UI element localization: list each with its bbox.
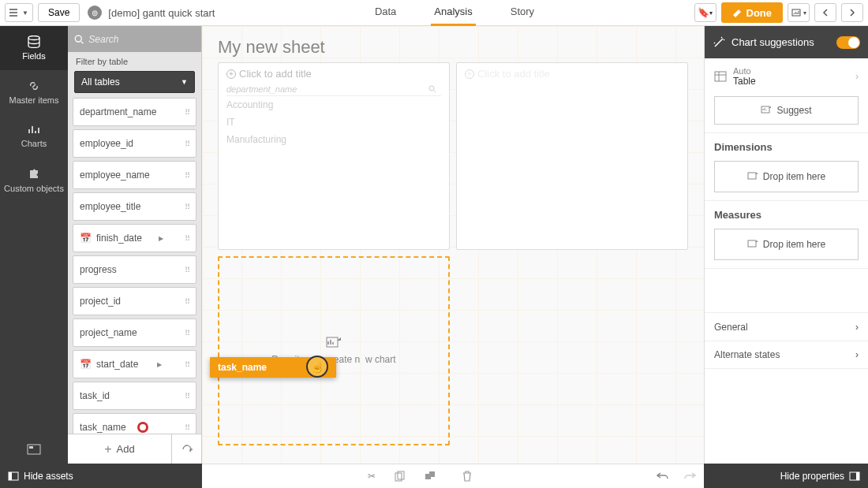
database-icon	[27, 35, 41, 48]
menu-button[interactable]: ▼	[5, 3, 33, 22]
sidebar-tab-master[interactable]: Master items	[0, 70, 68, 114]
add-field-button[interactable]: + Add	[68, 442, 171, 456]
chart-title-placeholder[interactable]: + Click to add title	[226, 68, 441, 80]
chevron-right-icon: ›	[855, 322, 859, 333]
chart-title-placeholder[interactable]: + Click to add title	[465, 68, 679, 80]
svg-point-4	[75, 35, 81, 42]
sheet-dropdown-button[interactable]: ▾	[788, 3, 810, 22]
filter-label: Filter by table	[68, 52, 201, 71]
drag-chip: task_name ⠿	[210, 357, 336, 378]
chart-suggestions-header: Chart suggestions	[705, 26, 868, 58]
dimensions-drop[interactable]: Drop item here	[714, 161, 859, 192]
table-row: Manufacturing	[226, 131, 441, 148]
chevron-right-icon: ›	[855, 349, 859, 360]
grip-icon: ⠿	[185, 329, 189, 337]
field-item[interactable]: employee_name⠿	[73, 161, 196, 189]
search-icon	[74, 34, 84, 45]
grip-icon: ⠿	[185, 423, 189, 432]
table-filter-select[interactable]: All tables ▼	[74, 71, 195, 93]
tab-data[interactable]: Data	[372, 0, 399, 26]
grip-icon: ⠿	[185, 203, 189, 211]
grip-icon: ⠿	[185, 392, 189, 400]
grip-icon: ⠿	[185, 360, 189, 369]
dimensions-header: Dimensions	[714, 141, 859, 153]
field-item[interactable]: project_name⠿	[73, 319, 196, 347]
calendar-icon: 📅	[80, 359, 92, 370]
field-item[interactable]: task_name⠿	[73, 413, 196, 434]
next-sheet-button[interactable]	[841, 3, 863, 22]
grip-icon: ⠿	[185, 140, 189, 148]
calendar-icon: 📅	[80, 233, 92, 244]
sidebar-bottom-icon[interactable]	[0, 435, 68, 464]
search-input[interactable]	[88, 34, 195, 45]
auto-chart-type[interactable]: Auto Table ›	[714, 66, 859, 87]
field-item[interactable]: task_id⠿	[73, 382, 196, 410]
chevron-right-icon: ▶	[157, 361, 162, 368]
chart-object-2[interactable]: + Click to add title	[456, 62, 688, 250]
chevron-right-icon: ›	[855, 71, 859, 82]
paste-button[interactable]	[425, 471, 436, 482]
measures-header: Measures	[714, 209, 859, 221]
bookmark-button[interactable]: 🔖▾	[694, 3, 716, 22]
grip-icon: ⠿	[185, 171, 189, 180]
puzzle-icon	[28, 168, 40, 181]
copy-button[interactable]	[395, 471, 406, 482]
drop-zone[interactable]: Drop item to create new chart task_name …	[218, 256, 450, 445]
hide-assets-button[interactable]: Hide assets	[0, 464, 202, 488]
drag-indicator-icon	[137, 422, 148, 433]
app-icon: ⊚	[88, 6, 102, 20]
refresh-button[interactable]	[171, 434, 201, 464]
field-item[interactable]: department_name⠿	[73, 98, 196, 126]
grip-icon: ⠿	[185, 297, 189, 306]
save-button[interactable]: Save	[38, 3, 80, 22]
sidebar-tab-custom[interactable]: Custom objects	[0, 158, 68, 203]
search-icon	[428, 85, 436, 93]
field-item[interactable]: 📅start_date▶⠿	[73, 350, 196, 378]
column-header: department_name	[226, 84, 441, 94]
cut-button[interactable]: ✂	[368, 471, 376, 482]
hide-properties-button[interactable]: Hide properties	[704, 464, 868, 488]
table-icon	[714, 71, 727, 82]
wand-icon	[713, 36, 725, 49]
field-item[interactable]: 📅finish_date▶⠿	[73, 224, 196, 252]
app-title: ⊚ [demo] gantt quick start	[88, 6, 215, 20]
grip-icon: ⠿	[185, 266, 189, 274]
field-item[interactable]: project_id⠿	[73, 287, 196, 315]
svg-rect-9	[748, 173, 756, 179]
suggest-button[interactable]: Suggest	[714, 96, 859, 125]
measures-drop[interactable]: Drop item here	[714, 229, 859, 260]
done-button[interactable]: Done	[721, 2, 784, 23]
svg-rect-3	[29, 446, 33, 449]
field-item[interactable]: progress⠿	[73, 255, 196, 284]
tab-analysis[interactable]: Analysis	[431, 0, 475, 26]
svg-rect-7	[715, 72, 726, 81]
svg-point-1	[28, 36, 39, 40]
tab-story[interactable]: Story	[507, 0, 537, 26]
svg-rect-12	[9, 472, 12, 480]
chevron-right-icon: ▶	[159, 235, 163, 242]
field-item[interactable]: employee_id⠿	[73, 129, 196, 158]
table-row: Accounting	[226, 96, 441, 114]
svg-rect-10	[748, 240, 756, 247]
new-chart-icon	[326, 337, 342, 351]
grip-icon: ⠿	[185, 234, 189, 243]
sidebar-tab-charts[interactable]: Charts	[0, 114, 68, 158]
field-item[interactable]: employee_title⠿	[73, 192, 196, 221]
alternate-states-section[interactable]: Alternate states›	[705, 341, 868, 369]
delete-button[interactable]	[462, 471, 472, 482]
undo-button[interactable]	[657, 471, 669, 481]
chart-icon	[28, 125, 40, 136]
link-icon	[28, 80, 40, 92]
suggestions-toggle[interactable]	[836, 36, 860, 49]
svg-rect-18	[856, 472, 859, 480]
sheet-title[interactable]: My new sheet	[218, 37, 688, 58]
svg-point-5	[429, 86, 434, 91]
sidebar-tab-fields[interactable]: Fields	[0, 26, 68, 70]
chart-object-1[interactable]: + Click to add title department_name Acc…	[218, 62, 450, 250]
general-section[interactable]: General›	[705, 312, 868, 341]
redo-button[interactable]	[683, 471, 696, 481]
svg-rect-16	[429, 471, 435, 477]
prev-sheet-button[interactable]	[814, 3, 836, 22]
table-row: IT	[226, 114, 441, 131]
grip-icon: ⠿	[185, 108, 189, 117]
